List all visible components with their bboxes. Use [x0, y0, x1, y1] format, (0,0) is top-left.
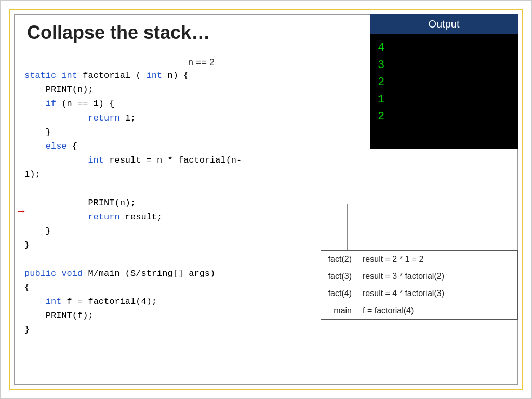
code-line-2: PRINT(n);	[24, 83, 242, 97]
code-line-13: }	[24, 238, 242, 252]
kw-int-param: int	[147, 71, 163, 81]
stack-row-fact3: fact(3) result = 3 * factorial(2)	[321, 268, 518, 285]
output-line-1: 4	[378, 39, 510, 57]
code-line-19: }	[24, 323, 242, 337]
output-body: 4 3 2 1 2	[370, 34, 518, 149]
output-line-3: 2	[378, 74, 510, 91]
code-line-11: return result;	[24, 210, 242, 224]
stack-row-fact2: fact(2) result = 2 * 1 = 2	[321, 251, 518, 268]
stack-value-fact2: result = 2 * 1 = 2	[357, 251, 518, 268]
n-label: n == 2	[188, 57, 215, 68]
slide-title: Collapse the stack…	[27, 22, 210, 44]
code-line-3: if (n == 1) {	[24, 97, 242, 111]
code-line-6: else {	[24, 139, 242, 153]
slide-container: Collapse the stack… n == 2 → static int …	[0, 0, 532, 399]
stack-value-main: f = factorial(4)	[357, 302, 518, 320]
output-line-2: 3	[378, 57, 510, 74]
stack-label-fact2: fact(2)	[321, 251, 357, 268]
stack-label-main: main	[321, 302, 357, 320]
output-line-5: 2	[378, 108, 510, 125]
stack-row-fact4: fact(4) result = 4 * factorial(3)	[321, 285, 518, 302]
output-header: Output	[370, 14, 518, 34]
code-line-16: {	[24, 281, 242, 295]
stack-row-main: main f = factorial(4)	[321, 302, 518, 320]
code-line-17: int f = factorial(4);	[24, 295, 242, 309]
stack-value-fact3: result = 3 * factorial(2)	[357, 268, 518, 285]
code-line-18: PRINT(f);	[24, 309, 242, 323]
kw-int-1: int	[61, 71, 77, 81]
stack-label-fact3: fact(3)	[321, 268, 357, 285]
code-block: static int factorial ( int n) { PRINT(n)…	[24, 69, 242, 337]
stack-value-fact4: result = 4 * factorial(3)	[357, 285, 518, 302]
code-line-9	[24, 182, 242, 196]
code-line-12: }	[24, 224, 242, 238]
code-line-10: PRINT(n);	[24, 196, 242, 210]
vertical-divider	[347, 204, 348, 256]
code-line-blank	[24, 252, 242, 266]
code-line-1: static int factorial ( int n) {	[24, 69, 242, 83]
code-line-4: return 1;	[24, 111, 242, 125]
code-line-5: }	[24, 125, 242, 139]
kw-static: static	[24, 71, 56, 81]
stack-table: fact(2) result = 2 * 1 = 2 fact(3) resul…	[321, 250, 518, 320]
code-line-8: 1);	[24, 167, 242, 181]
output-line-4: 1	[378, 91, 510, 108]
output-panel: Output 4 3 2 1 2	[370, 14, 518, 149]
code-line-7: int result = n * factorial(n-	[24, 153, 242, 167]
stack-label-fact4: fact(4)	[321, 285, 357, 302]
code-line-15: public void M/main (S/string[] args)	[24, 267, 242, 281]
